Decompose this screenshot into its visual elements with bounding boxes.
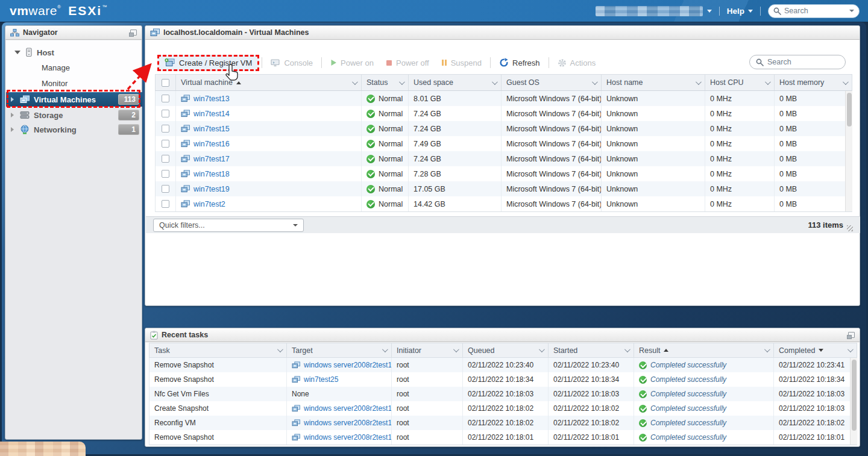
column-header-target[interactable]: Target (287, 343, 392, 357)
sidebar-item-virtual-machines[interactable]: Virtual Machines 113 (6, 92, 142, 107)
target-link[interactable]: windows server2008r2test17 (304, 433, 392, 442)
column-menu-chevron[interactable] (399, 79, 405, 85)
row-checkbox[interactable] (162, 155, 169, 163)
task-row[interactable]: Remove Snapshot windows server2008r2test… (149, 358, 857, 372)
target-link[interactable]: windows server2008r2test18 (304, 419, 392, 427)
column-header-host-cpu[interactable]: Host CPU (705, 75, 775, 90)
column-menu-chevron[interactable] (453, 346, 459, 352)
task-row[interactable]: Create Snapshot windows server2008r2test… (149, 401, 857, 416)
tree-collapsed-icon[interactable] (11, 113, 14, 117)
column-menu-chevron[interactable] (277, 346, 283, 352)
column-header-host-name[interactable]: Host name (602, 75, 705, 90)
vm-name-link[interactable]: win7test18 (193, 170, 230, 178)
tree-collapsed-icon[interactable] (11, 97, 14, 102)
topbar-search-input[interactable] (784, 7, 846, 15)
topbar-divider (719, 7, 720, 16)
vm-table-row[interactable]: win7test17 Normal 7.24 GB Microsoft Wind… (156, 151, 852, 166)
quick-filters-select[interactable]: Quick filters... (153, 219, 304, 232)
collapse-panel-icon[interactable] (130, 30, 137, 36)
sidebar-item-manage[interactable]: Manage (42, 61, 70, 74)
toolbar-divider (490, 57, 491, 68)
column-menu-chevron[interactable] (492, 79, 498, 85)
row-checkbox[interactable] (162, 170, 169, 178)
row-checkbox[interactable] (162, 125, 169, 133)
row-checkbox[interactable] (162, 95, 169, 102)
console-button[interactable]: Console (265, 58, 319, 67)
column-header-completed[interactable]: Completed (774, 343, 857, 357)
sidebar-item-host[interactable]: Host (6, 45, 141, 60)
target-link[interactable]: win7test25 (304, 375, 338, 384)
column-header-started[interactable]: Started (549, 343, 634, 357)
vm-name-link[interactable]: win7test13 (193, 95, 230, 103)
vm-table-scrollbar[interactable] (845, 91, 852, 211)
target-link[interactable]: windows server2008r2test18 (304, 404, 392, 413)
column-menu-chevron[interactable] (592, 79, 598, 85)
target-link[interactable]: None (292, 390, 309, 398)
column-header-initiator[interactable]: Initiator (392, 343, 463, 357)
task-row[interactable]: Nfc Get Vm Files None root 02/11/2022 10… (149, 387, 857, 401)
vm-search-input[interactable] (767, 58, 839, 66)
vm-name-link[interactable]: win7test15 (193, 125, 230, 133)
task-row[interactable]: Remove Snapshot win7test25 root 02/11/20… (149, 372, 857, 387)
column-menu-chevron[interactable] (764, 346, 770, 352)
user-menu[interactable] (596, 6, 712, 16)
vm-name-link[interactable]: win7test19 (193, 185, 230, 193)
column-menu-chevron[interactable] (624, 346, 631, 352)
column-menu-chevron[interactable] (843, 79, 849, 85)
column-menu-chevron[interactable] (352, 79, 358, 85)
column-menu-chevron[interactable] (382, 346, 388, 352)
row-checkbox[interactable] (162, 200, 169, 208)
vm-table-row[interactable]: win7test15 Normal 7.24 GB Microsoft Wind… (156, 121, 852, 136)
scrollbar-thumb[interactable] (847, 93, 852, 126)
create-register-vm-button[interactable]: Create / Register VM (157, 55, 259, 71)
vm-name-link[interactable]: win7test17 (193, 155, 230, 163)
restore-panel-icon[interactable] (848, 332, 855, 338)
resize-grip-icon[interactable] (847, 225, 853, 231)
scrollbar-thumb[interactable] (852, 360, 857, 431)
vm-table-row[interactable]: win7test13 Normal 8.01 GB Microsoft Wind… (156, 91, 852, 106)
suspend-button[interactable]: Suspend (435, 58, 488, 67)
column-menu-chevron[interactable] (539, 346, 545, 352)
column-menu-chevron[interactable] (848, 346, 854, 352)
vm-table-row[interactable]: win7test2 Normal 14.42 GB Microsoft Wind… (156, 196, 852, 211)
vm-name-link[interactable]: win7test16 (193, 140, 230, 148)
sidebar-item-monitor[interactable]: Monitor (42, 77, 68, 90)
vm-table-row[interactable]: win7test14 Normal 7.24 GB Microsoft Wind… (156, 106, 852, 121)
sidebar-item-storage[interactable]: Storage 2 (6, 108, 142, 122)
help-menu[interactable]: Help (727, 7, 753, 16)
vm-table-row[interactable]: win7test18 Normal 7.28 GB Microsoft Wind… (156, 166, 852, 181)
vm-table-row[interactable]: win7test16 Normal 7.49 GB Microsoft Wind… (156, 136, 852, 151)
task-row[interactable]: Remove Snapshot windows server2008r2test… (149, 430, 857, 445)
tree-collapsed-icon[interactable] (11, 127, 14, 132)
power-off-button[interactable]: Power off (380, 58, 435, 67)
power-on-button[interactable]: Power on (324, 58, 380, 67)
vm-search[interactable] (749, 55, 846, 69)
column-header-status[interactable]: Status (362, 75, 409, 90)
column-menu-chevron[interactable] (696, 79, 702, 85)
column-header-queued[interactable]: Queued (463, 343, 549, 357)
task-row[interactable]: Reconfig VM windows server2008r2test18 r… (149, 416, 857, 430)
refresh-button[interactable]: Refresh (493, 58, 546, 67)
column-header-virtual-machine[interactable]: Virtual machine (176, 75, 362, 90)
topbar-search[interactable] (768, 4, 860, 18)
column-header-result[interactable]: Result (634, 343, 774, 357)
select-all-header[interactable] (156, 75, 176, 90)
vm-icon (150, 28, 160, 37)
row-checkbox[interactable] (162, 185, 169, 193)
row-checkbox[interactable] (162, 110, 169, 117)
vm-name-link[interactable]: win7test14 (193, 110, 230, 118)
column-menu-chevron[interactable] (765, 79, 771, 85)
column-header-host-memory[interactable]: Host memory (775, 75, 852, 90)
column-header-used-space[interactable]: Used space (409, 75, 502, 90)
column-header-guest-os[interactable]: Guest OS (502, 75, 602, 90)
tree-expanded-icon[interactable] (14, 51, 20, 54)
row-checkbox[interactable] (162, 140, 169, 148)
column-header-task[interactable]: Task (149, 343, 287, 357)
actions-button[interactable]: Actions (552, 58, 602, 67)
target-link[interactable]: windows server2008r2test18 (304, 361, 392, 369)
vm-table-row[interactable]: win7test19 Normal 17.05 GB Microsoft Win… (156, 181, 852, 196)
tasks-scrollbar[interactable] (850, 358, 857, 445)
select-all-checkbox[interactable] (162, 79, 169, 87)
sidebar-item-networking[interactable]: Networking 1 (6, 122, 142, 137)
vm-name-link[interactable]: win7test2 (193, 200, 225, 208)
